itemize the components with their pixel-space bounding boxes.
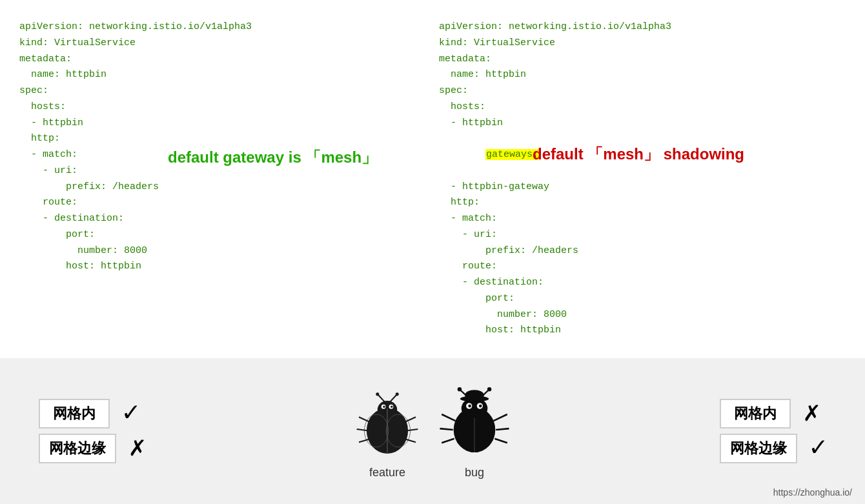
- code-line-l11: prefix: /headers: [19, 179, 426, 196]
- bugs-row: feature: [352, 383, 513, 479]
- code-line-l6: hosts:: [19, 99, 426, 116]
- feature-bug-item: feature: [352, 390, 423, 479]
- code-line-ra6: route:: [439, 259, 846, 275]
- code-line-l5: spec:: [19, 83, 426, 99]
- code-line-l3: metadata:: [19, 52, 426, 68]
- left-label-2: 网格边缘: [39, 434, 116, 463]
- right-label-1: 网格内: [720, 399, 791, 428]
- svg-point-29: [458, 387, 462, 391]
- code-line-ra1: - httpbin-gateway: [439, 179, 846, 196]
- code-line-ra10: host: httpbin: [439, 323, 846, 339]
- code-line-r3: metadata:: [439, 52, 846, 68]
- code-line-ra4: - uri:: [439, 227, 846, 243]
- bottom-section: 网格内 ✓ 网格边缘 ✗: [0, 358, 865, 504]
- left-status-row-1: 网格内 ✓: [39, 399, 145, 428]
- left-cross-2: ✗: [129, 435, 145, 462]
- bug-label: bug: [465, 466, 484, 479]
- code-line-l15: number: 8000: [19, 243, 426, 259]
- code-line-l8: http:: [19, 131, 426, 147]
- code-line-ra5: prefix: /headers: [439, 243, 846, 259]
- svg-line-36: [496, 428, 509, 430]
- right-status-row-2: 网格边缘 ✓: [720, 434, 826, 463]
- feature-bug-icon: [352, 390, 423, 461]
- code-line-ra9: number: 8000: [439, 307, 846, 323]
- right-code-panel: apiVersion: networking.istio.io/v1alpha3…: [432, 19, 846, 352]
- svg-point-9: [396, 392, 399, 396]
- left-status-box: 网格内 ✓ 网格边缘 ✗: [39, 399, 145, 463]
- svg-point-4: [383, 405, 385, 407]
- svg-line-37: [494, 438, 507, 442]
- top-panels: apiVersion: networking.istio.io/v1alpha3…: [0, 0, 865, 358]
- right-annotation: default 「mesh」 shadowing: [533, 144, 744, 165]
- right-check-2: ✓: [810, 435, 826, 462]
- code-line-r6: hosts:: [439, 99, 846, 116]
- svg-line-32: [442, 414, 455, 421]
- svg-point-26: [479, 404, 482, 407]
- svg-line-15: [359, 439, 370, 442]
- code-line-r2: kind: VirtualService: [439, 35, 846, 52]
- page-container: apiVersion: networking.istio.io/v1alpha3…: [0, 0, 865, 504]
- footer-url: https://zhonghua.io/: [773, 487, 852, 498]
- svg-line-35: [494, 414, 507, 421]
- svg-point-22: [465, 390, 484, 401]
- left-check-1: ✓: [123, 400, 139, 427]
- code-line-ra2: http:: [439, 195, 846, 211]
- bugs-container: feature: [184, 383, 680, 479]
- main-bug-icon: [436, 383, 513, 461]
- right-status-row-1: 网格内 ✗: [720, 399, 826, 428]
- code-line-l12: route:: [19, 195, 426, 211]
- main-bug-item: bug: [436, 383, 513, 479]
- right-status-box: 网格内 ✗ 网格边缘 ✓: [720, 399, 826, 463]
- code-line-l7: - httpbin: [19, 116, 426, 132]
- code-line-ra8: port:: [439, 291, 846, 307]
- left-code-panel: apiVersion: networking.istio.io/v1alpha3…: [19, 19, 432, 352]
- svg-point-8: [376, 392, 379, 396]
- code-line-r5: spec:: [439, 83, 846, 99]
- svg-point-5: [391, 405, 392, 407]
- code-line-l1: apiVersion: networking.istio.io/v1alpha3: [19, 19, 426, 35]
- code-line-r1: apiVersion: networking.istio.io/v1alpha3: [439, 19, 846, 35]
- code-line-r7: - httpbin: [439, 116, 846, 132]
- code-line-l13: - destination:: [19, 211, 426, 227]
- code-line-l2: kind: VirtualService: [19, 35, 426, 52]
- right-label-2: 网格边缘: [720, 434, 797, 463]
- left-annotation: default gateway is 「mesh」: [168, 147, 377, 168]
- right-cross-1: ✗: [804, 400, 820, 427]
- svg-point-25: [468, 404, 471, 407]
- code-line-ra3: - match:: [439, 211, 846, 227]
- svg-line-18: [405, 439, 416, 442]
- left-status-row-2: 网格边缘 ✗: [39, 434, 145, 463]
- gateways-highlight: gateways:: [485, 149, 539, 160]
- code-line-l14: port:: [19, 227, 426, 243]
- code-line-ra7: - destination:: [439, 275, 846, 291]
- svg-point-30: [487, 387, 491, 391]
- svg-line-33: [440, 428, 453, 430]
- svg-line-34: [442, 438, 454, 442]
- code-line-l4: name: httpbin: [19, 67, 426, 83]
- left-label-1: 网格内: [39, 399, 110, 428]
- code-line-l16: host: httpbin: [19, 259, 426, 275]
- feature-label: feature: [369, 466, 405, 479]
- code-line-r4: name: httpbin: [439, 67, 846, 83]
